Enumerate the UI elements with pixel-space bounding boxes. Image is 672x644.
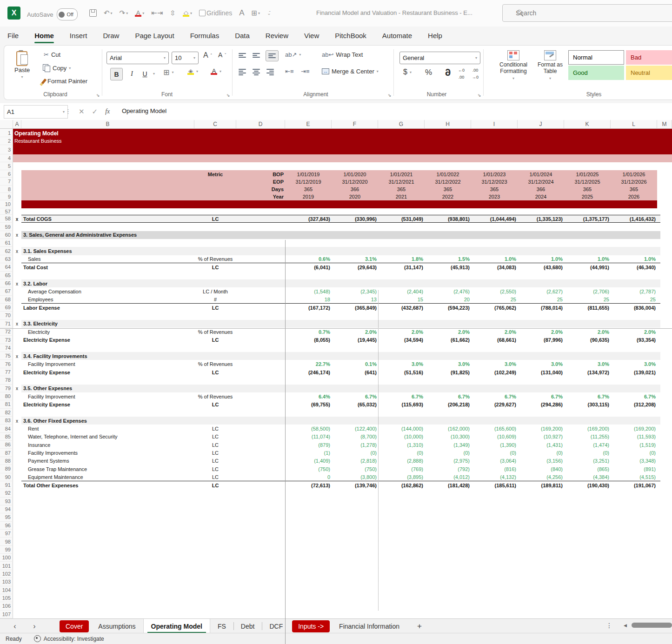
row-number[interactable]: 95: [0, 513, 13, 521]
align-right-button[interactable]: [266, 69, 274, 75]
value-cell[interactable]: (115,693): [378, 402, 423, 407]
col-header-M[interactable]: M: [657, 120, 672, 129]
row-label[interactable]: 3.5. Other Expesnes: [23, 385, 72, 391]
metric-cell[interactable]: LC: [194, 216, 236, 222]
col-header-I[interactable]: I: [471, 120, 518, 129]
paste-button[interactable]: Paste ▾: [14, 50, 30, 79]
value-cell[interactable]: (43,680): [518, 265, 563, 270]
bold-button[interactable]: B: [110, 68, 123, 80]
value-cell[interactable]: (2,975): [425, 458, 470, 464]
row-number[interactable]: 10: [0, 200, 13, 208]
metric-cell[interactable]: LC: [194, 450, 236, 456]
value-cell[interactable]: (46,340): [611, 265, 656, 270]
sheet-tab-operating-model[interactable]: Operating Model: [143, 619, 210, 633]
value-cell[interactable]: (365,849): [332, 305, 377, 311]
metric-cell[interactable]: LC: [194, 426, 236, 432]
row-number[interactable]: 65: [0, 272, 13, 279]
value-cell[interactable]: 0: [285, 474, 330, 480]
row-label[interactable]: Payment Systems: [28, 458, 69, 464]
sheet-tab-financial-information[interactable]: Financial Information: [332, 619, 407, 633]
menu-tab-home[interactable]: Home: [33, 30, 55, 41]
increase-decimal-button[interactable]: ←0.00: [458, 68, 465, 80]
fill-color-button[interactable]: ◈▾: [187, 68, 198, 75]
value-cell[interactable]: 25: [471, 297, 516, 302]
value-cell[interactable]: (3,064): [471, 458, 516, 464]
period-value-cell[interactable]: 2022: [425, 194, 471, 199]
row-number[interactable]: 98: [0, 538, 13, 545]
value-cell[interactable]: (10,609): [471, 434, 516, 439]
cancel-icon[interactable]: ✕: [79, 107, 85, 116]
redo-icon[interactable]: ↷▾: [120, 9, 128, 17]
value-cell[interactable]: 6.7%: [611, 394, 656, 399]
row-number[interactable]: 73: [0, 336, 13, 344]
cell-style-bad[interactable]: Bad: [626, 50, 672, 65]
menu-tab-draw[interactable]: Draw: [102, 30, 120, 41]
value-cell[interactable]: (181,428): [425, 483, 470, 488]
row-label[interactable]: Electricity Expense: [23, 402, 70, 407]
value-cell[interactable]: (865): [564, 466, 609, 472]
row-number[interactable]: 84: [0, 425, 13, 432]
value-cell[interactable]: 1.8%: [378, 256, 423, 262]
value-cell[interactable]: 13: [332, 297, 377, 302]
value-cell[interactable]: (31,147): [378, 265, 423, 270]
font-dialog-icon[interactable]: A: [239, 8, 244, 18]
period-value-cell[interactable]: 2020: [332, 194, 378, 199]
value-cell[interactable]: (641): [332, 370, 377, 375]
value-cell[interactable]: (162,862): [378, 483, 423, 488]
value-cell[interactable]: (162,000): [425, 426, 470, 432]
row-number[interactable]: 71: [0, 320, 13, 328]
period-row-label[interactable]: EOP: [236, 179, 284, 185]
col-header-K[interactable]: K: [564, 120, 611, 129]
tab-overflow-icon[interactable]: ⋮: [606, 622, 612, 629]
value-cell[interactable]: 6.7%: [518, 394, 563, 399]
col-header-B[interactable]: B: [21, 120, 194, 129]
value-cell[interactable]: (11,593): [611, 434, 656, 439]
row-number[interactable]: 62: [0, 247, 13, 255]
value-cell[interactable]: (879): [285, 442, 330, 448]
row-label[interactable]: Grease Trap Maintenance: [28, 466, 87, 472]
row-number[interactable]: 104: [0, 586, 13, 594]
metric-header-label[interactable]: Metric: [194, 172, 236, 177]
menu-tab-formulas[interactable]: Formulas: [189, 30, 220, 41]
row-number[interactable]: 85: [0, 433, 13, 441]
value-cell[interactable]: 2.0%: [518, 329, 563, 335]
row-number[interactable]: 102: [0, 570, 13, 578]
fill-color-icon[interactable]: ◇▾: [183, 10, 192, 17]
row-label[interactable]: 3.4. Facility Improvements: [23, 353, 87, 359]
italic-button[interactable]: I: [126, 68, 138, 80]
row-label[interactable]: Electricity Expense: [23, 337, 70, 343]
value-cell[interactable]: (165,600): [471, 426, 516, 432]
namebox-options-icon[interactable]: ⋮: [65, 108, 71, 115]
value-cell[interactable]: (816): [471, 466, 516, 472]
row-number[interactable]: 76: [0, 360, 13, 368]
value-cell[interactable]: 25: [611, 297, 656, 302]
period-value-cell[interactable]: 365: [425, 186, 471, 192]
period-value-cell[interactable]: 2021: [378, 194, 425, 199]
value-cell[interactable]: (139,746): [332, 483, 377, 488]
value-cell[interactable]: (1,044,494): [471, 216, 516, 222]
row-number[interactable]: 58: [0, 215, 13, 223]
row-number[interactable]: 68: [0, 296, 13, 304]
value-cell[interactable]: 1.0%: [611, 256, 656, 262]
value-cell[interactable]: (6,041): [285, 265, 330, 270]
metric-cell[interactable]: LC: [194, 474, 236, 480]
column-width-icon[interactable]: ⇤⇥: [151, 9, 163, 17]
value-cell[interactable]: (169,200): [518, 426, 563, 432]
group-x-marker[interactable]: x: [13, 353, 21, 359]
sheet-nav-left-icon[interactable]: ‹: [10, 622, 20, 631]
period-value-cell[interactable]: 2025: [564, 194, 611, 199]
period-value-cell[interactable]: 2019: [285, 194, 332, 199]
sheet-tab-assumptions[interactable]: Assumptions: [91, 619, 143, 633]
col-header-G[interactable]: G: [378, 120, 425, 129]
value-cell[interactable]: (1,548): [285, 289, 330, 294]
value-cell[interactable]: (765,062): [471, 305, 516, 311]
period-value-cell[interactable]: 365: [564, 186, 611, 192]
font-size-select[interactable]: 10▾: [172, 52, 199, 64]
menu-tab-insert[interactable]: Insert: [69, 30, 88, 41]
col-header-D[interactable]: D: [236, 120, 285, 129]
group-x-marker[interactable]: x: [13, 418, 21, 423]
row-number[interactable]: 97: [0, 530, 13, 538]
period-value-cell[interactable]: 365: [471, 186, 518, 192]
value-cell[interactable]: (594,223): [425, 305, 470, 311]
value-cell[interactable]: (144,000): [378, 426, 423, 432]
